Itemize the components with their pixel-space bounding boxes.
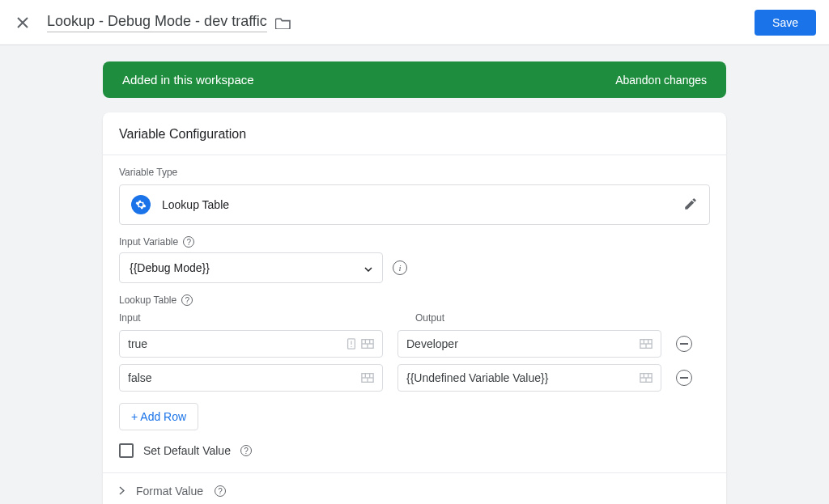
output-field[interactable]	[397, 364, 661, 392]
page-icon[interactable]	[346, 338, 356, 349]
input-field[interactable]	[119, 330, 383, 358]
variable-type-section: Variable Type Lookup Table	[103, 155, 726, 225]
variable-type-name: Lookup Table	[162, 198, 672, 211]
default-value-label: Set Default Value	[143, 444, 231, 457]
help-icon[interactable]: ?	[215, 485, 226, 497]
info-icon[interactable]: i	[393, 260, 407, 275]
lookup-table-label: Lookup Table ?	[119, 294, 710, 306]
col-output-label: Output	[415, 312, 679, 324]
card-heading: Variable Configuration	[119, 127, 710, 142]
abandon-changes-link[interactable]: Abandon changes	[615, 74, 707, 87]
help-icon[interactable]: ?	[240, 445, 252, 456]
output-text[interactable]	[406, 371, 635, 384]
chevron-right-icon	[119, 485, 125, 498]
title-area: Lookup - Debug Mode - dev traffic	[47, 13, 755, 32]
banner-message: Added in this workspace	[122, 73, 254, 87]
variable-type-label-text: Variable Type	[119, 167, 177, 178]
remove-row-button[interactable]	[676, 370, 692, 386]
brick-icon[interactable]	[361, 338, 374, 349]
folder-icon[interactable]	[275, 16, 291, 29]
input-variable-section: Input Variable ? {{Debug Mode}} i	[103, 225, 726, 283]
save-button[interactable]: Save	[755, 10, 816, 36]
input-variable-label-text: Input Variable	[119, 236, 178, 248]
variable-type-label: Variable Type	[119, 167, 710, 178]
workspace-banner: Added in this workspace Abandon changes	[103, 61, 726, 98]
table-row	[119, 330, 710, 358]
variable-type-selector[interactable]: Lookup Table	[119, 184, 710, 225]
config-card: Variable Configuration Variable Type Loo…	[103, 112, 726, 504]
help-icon[interactable]: ?	[183, 236, 194, 248]
output-text[interactable]	[406, 337, 635, 350]
input-variable-label: Input Variable ?	[119, 236, 710, 248]
table-row	[119, 364, 710, 392]
help-icon[interactable]: ?	[181, 294, 193, 306]
brick-icon[interactable]	[361, 372, 374, 383]
input-field[interactable]	[119, 364, 383, 392]
lookup-table-label-text: Lookup Table	[119, 294, 176, 306]
page-title[interactable]: Lookup - Debug Mode - dev traffic	[47, 13, 267, 32]
default-value-row: Set Default Value ?	[119, 443, 710, 463]
brick-icon[interactable]	[640, 338, 653, 349]
brick-icon[interactable]	[640, 372, 653, 383]
top-bar: Lookup - Debug Mode - dev traffic Save	[0, 0, 829, 45]
card-header: Variable Configuration	[103, 112, 726, 155]
format-value-row[interactable]: Format Value ?	[103, 472, 726, 504]
input-variable-value: {{Debug Mode}}	[130, 261, 210, 274]
col-input-label: Input	[119, 312, 383, 324]
add-row-button[interactable]: + Add Row	[119, 403, 198, 430]
input-text[interactable]	[128, 337, 338, 350]
edit-icon[interactable]	[683, 197, 698, 214]
format-value-label: Format Value	[136, 485, 203, 498]
input-text[interactable]	[128, 371, 356, 384]
remove-row-button[interactable]	[676, 336, 692, 352]
output-field[interactable]	[397, 330, 661, 358]
svg-point-2	[351, 346, 352, 348]
gear-icon	[131, 195, 151, 214]
close-icon[interactable]	[13, 13, 32, 32]
lookup-table-section: Lookup Table ? Input Output	[103, 283, 726, 463]
chevron-down-icon	[364, 261, 372, 274]
default-value-checkbox[interactable]	[119, 443, 134, 458]
table-header: Input Output	[119, 312, 710, 324]
page-body: Added in this workspace Abandon changes …	[0, 45, 829, 504]
input-variable-select[interactable]: {{Debug Mode}}	[119, 252, 383, 283]
